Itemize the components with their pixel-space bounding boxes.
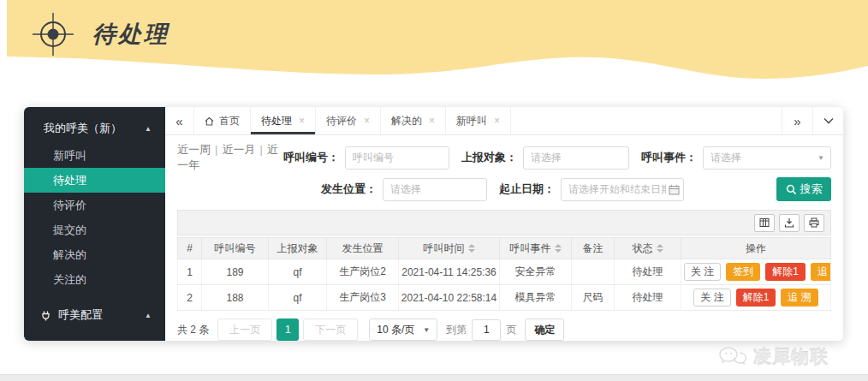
sidebar-group-label: 呼美配置	[58, 307, 145, 323]
total-count-label: 共 2 条	[177, 323, 209, 337]
page-size-label: 10 条/页	[377, 323, 414, 337]
quick-range-links: 近一周|近一月|近一年	[177, 142, 283, 173]
sort-icon[interactable]	[657, 244, 663, 253]
tab-待处理[interactable]: 待处理×	[251, 107, 316, 134]
column-header-call_no: 呼叫编号	[202, 238, 269, 259]
column-header-index: #	[178, 238, 202, 259]
cell-call_no: 188	[202, 285, 269, 311]
sidebar-item[interactable]: 待评价	[24, 193, 165, 217]
release-button[interactable]: 解除1	[765, 263, 806, 281]
cell-index: 1	[178, 259, 202, 285]
tab-label: 首页	[219, 114, 240, 128]
sidebar-item[interactable]: 关注的	[24, 267, 165, 292]
column-header-call_time[interactable]: 呼叫时间	[399, 238, 500, 259]
tab-close-icon[interactable]: ×	[494, 115, 500, 127]
crosshair-icon	[29, 10, 77, 58]
tab-待评价[interactable]: 待评价×	[316, 107, 381, 134]
column-header-location: 发生位置	[327, 238, 399, 259]
plug-icon	[40, 310, 51, 321]
release-button[interactable]: 解除1	[736, 289, 776, 307]
goto-page-group: 到第 页 确定	[446, 318, 564, 341]
cell-call_time: 2021-04-10 22:58:14	[399, 285, 500, 311]
collapse-caret-icon[interactable]: ▲	[145, 125, 152, 133]
cell-report_target: qf	[269, 259, 327, 285]
sort-icon[interactable]	[468, 244, 475, 253]
checkin-button[interactable]: 签到	[726, 263, 760, 281]
sidebar-item[interactable]: 待处理	[24, 168, 165, 193]
pagination: 共 2 条 上一页 1 下一页 10 条/页 ▼ 到第 页 确定	[177, 318, 831, 341]
filter-location: 发生位置：	[321, 178, 487, 201]
sidebar-group-header[interactable]: 呼美配置▲	[24, 301, 165, 330]
filter-call-event: 呼叫事件： ▼	[641, 146, 831, 170]
data-table-wrap: #呼叫编号上报对象发生位置呼叫时间呼叫事件备注状态操作 1189qf生产岗位22…	[177, 237, 831, 311]
main-card: 我的呼美（新）▲新呼叫待处理待评价提交的解决的关注的呼美配置▲ « 首页待处理×…	[24, 107, 843, 341]
cell-actions: 关 注签到解除1追 溯	[681, 259, 831, 285]
table-row: 1189qf生产岗位22021-04-11 14:25:36安全异常待处理关 注…	[178, 259, 831, 285]
filter-panel: 近一周|近一月|近一年 呼叫编号： 上报对象： 呼叫事件： ▼	[165, 135, 843, 208]
tabs-collapse-button[interactable]: «	[165, 107, 194, 134]
column-header-label: 上报对象	[277, 242, 318, 254]
cell-call_event: 模具异常	[500, 285, 572, 311]
call-event-select[interactable]	[703, 146, 831, 170]
page-size-select[interactable]: 10 条/页 ▼	[369, 318, 437, 341]
page-banner: 待处理	[7, 0, 868, 86]
cell-call_no: 189	[202, 259, 269, 285]
date-range-input[interactable]	[561, 178, 684, 201]
sidebar-group-label: 我的呼美（新）	[44, 121, 145, 136]
column-header-status[interactable]: 状态	[615, 238, 681, 259]
sort-icon[interactable]	[555, 244, 562, 253]
quick-range-link[interactable]: 近一月	[222, 143, 255, 156]
tab-label: 新呼叫	[456, 114, 487, 128]
prev-page-button[interactable]: 上一页	[217, 318, 272, 341]
cell-call_event: 安全异常	[500, 259, 572, 285]
cell-note: 尺码	[572, 285, 615, 311]
collapse-caret-icon[interactable]: ▲	[145, 312, 152, 319]
chat-bubbles-icon	[718, 346, 747, 368]
goto-confirm-button[interactable]: 确定	[525, 318, 564, 341]
call-number-input[interactable]	[345, 146, 449, 170]
column-header-label: #	[187, 242, 193, 254]
brand-watermark: 凌犀物联	[718, 345, 829, 369]
page-number-button[interactable]: 1	[276, 318, 299, 341]
location-input[interactable]	[383, 178, 487, 201]
column-header-label: 备注	[583, 242, 603, 254]
columns-icon	[759, 217, 770, 228]
search-button-label: 搜索	[800, 182, 823, 197]
next-page-button[interactable]: 下一页	[303, 318, 358, 341]
follow-button[interactable]: 关 注	[684, 263, 721, 281]
search-icon	[786, 184, 797, 195]
sidebar-item[interactable]: 提交的	[24, 217, 165, 242]
sidebar-gap	[24, 292, 165, 301]
cell-call_time: 2021-04-11 14:25:36	[399, 259, 500, 285]
search-button[interactable]: 搜索	[776, 177, 831, 201]
cell-note	[572, 259, 615, 285]
tab-bar: « 首页待处理×待评价×解决的×新呼叫× »	[165, 107, 843, 135]
quick-range-link[interactable]: 近一周	[177, 143, 211, 156]
sidebar-group-header[interactable]: 我的呼美（新）▲	[24, 114, 165, 143]
tabs-menu-button[interactable]	[812, 107, 843, 134]
main-panel: « 首页待处理×待评价×解决的×新呼叫× » 近一周|近一月|近一年 呼叫编号：	[165, 107, 843, 341]
follow-button[interactable]: 关 注	[693, 289, 730, 307]
column-header-call_event[interactable]: 呼叫事件	[500, 238, 572, 259]
tab-close-icon[interactable]: ×	[299, 115, 305, 127]
trace-button[interactable]: 追 溯	[781, 289, 817, 307]
sidebar-menu: 我的呼美（新）▲新呼叫待处理待评价提交的解决的关注的呼美配置▲	[24, 107, 165, 341]
tab-close-icon[interactable]: ×	[364, 115, 370, 127]
goto-page-input[interactable]	[472, 319, 501, 341]
table-body: 1189qf生产岗位22021-04-11 14:25:36安全异常待处理关 注…	[178, 259, 831, 311]
export-button[interactable]	[779, 214, 800, 232]
print-button[interactable]	[804, 214, 824, 232]
sidebar-item[interactable]: 解决的	[24, 242, 165, 267]
columns-filter-button[interactable]	[754, 214, 775, 232]
tabs-expand-button[interactable]: »	[782, 107, 812, 134]
tab-首页[interactable]: 首页	[194, 107, 251, 134]
sidebar-item[interactable]: 新呼叫	[24, 143, 165, 168]
trace-button[interactable]: 追 溯	[811, 263, 830, 281]
filter-call-number: 呼叫编号：	[283, 146, 449, 170]
report-target-input[interactable]	[523, 146, 629, 170]
tab-close-icon[interactable]: ×	[429, 115, 435, 127]
bottom-strip	[0, 374, 868, 381]
data-table: #呼叫编号上报对象发生位置呼叫时间呼叫事件备注状态操作 1189qf生产岗位22…	[177, 237, 831, 311]
tab-新呼叫[interactable]: 新呼叫×	[446, 107, 511, 134]
tab-解决的[interactable]: 解决的×	[381, 107, 446, 134]
